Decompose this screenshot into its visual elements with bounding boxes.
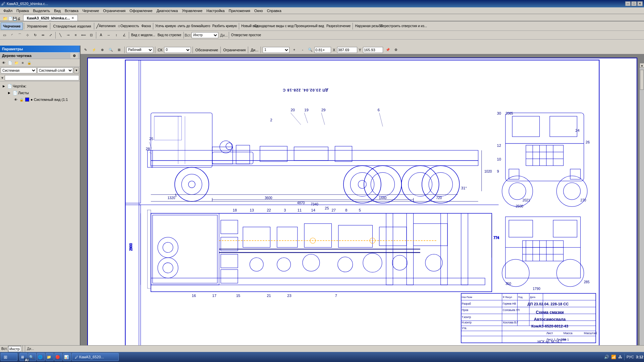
taskbar: ⊞ 🖥 🔍 🌐 📁 🔴 📊 🖊 КамАЗ_6520... 🔊 📶 🖧 РУС …	[0, 352, 644, 362]
svg-text:30: 30	[497, 111, 501, 115]
main-canvas[interactable]: ДП 23.02.04. 228-18 С Вид сбоку Вид свер…	[80, 54, 644, 352]
tree-btn-lock[interactable]: 🔒	[26, 60, 32, 66]
tb-chamfer[interactable]: Фаска	[140, 22, 152, 30]
tb-icon-fillet[interactable]: ⌒	[16, 32, 23, 39]
status-wst-label: Вст.	[1, 347, 7, 351]
taskbar-app1[interactable]: 📁	[46, 353, 54, 361]
tb-proj-view[interactable]: Проекционный вид	[293, 22, 325, 30]
scroll-thumb-v[interactable]	[640, 70, 644, 90]
tb-icon-move-coord[interactable]: ⊹	[24, 32, 31, 39]
tb-std-parts-btn[interactable]: Стандартные изделия	[51, 22, 93, 30]
tb-autoline[interactable]: ╱ Автолиния	[95, 22, 117, 30]
snap-dropdown[interactable]: Инстр	[192, 32, 218, 38]
menu-help[interactable]: Справка	[265, 8, 283, 13]
active-tab[interactable]: КамАЗ_6520_khimka.c... ✕	[23, 15, 78, 21]
taskbar-ie[interactable]: 🌐	[37, 353, 45, 361]
taskbar-open-app[interactable]: 🖊 КамАЗ_6520...	[72, 353, 119, 361]
tb-view-arrow[interactable]: Вид по стрелке	[157, 32, 182, 39]
taskbar-search[interactable]: 🔍	[28, 353, 36, 361]
menu-edit[interactable]: Правка	[14, 8, 31, 13]
tb-icon-copy-line[interactable]: ⟸	[80, 32, 87, 39]
taskbar-app2[interactable]: 🔴	[54, 353, 62, 361]
tb-snap-toggle[interactable]: 📌	[384, 46, 391, 54]
maximize-button[interactable]: □	[631, 1, 637, 6]
tb-icon-dim-ang[interactable]: ∠	[120, 32, 128, 39]
tb-icon-text[interactable]: A	[97, 32, 105, 39]
sep16	[248, 47, 248, 53]
tb-hole-simple[interactable]: Отверстие простое	[230, 32, 262, 39]
tb-settings-btn[interactable]: ⚙	[392, 46, 400, 54]
scroll-up-btn[interactable]: ▲	[640, 63, 644, 68]
y-coord-field[interactable]	[363, 47, 383, 53]
tree-item-drawing[interactable]: ▶ 📄 Чертёж:	[1, 83, 78, 89]
tb-icon-dim-h[interactable]: ↔	[105, 32, 112, 39]
tb-split[interactable]: Разбить кривую	[211, 22, 238, 30]
tb-icon-aux[interactable]: ⊸	[64, 32, 72, 39]
tb-manage-btn[interactable]: Управление	[25, 22, 49, 30]
tb-view-model[interactable]: Вид с модели...	[130, 32, 156, 39]
tb-icon-arc[interactable]: ◜	[8, 32, 16, 39]
menu-constraints[interactable]: Ограничения	[101, 8, 127, 13]
tree-item-sysview[interactable]: 👁 🔒 ● Системный вид (1:1	[1, 96, 78, 103]
filter-input[interactable]	[5, 75, 79, 80]
tb-trim2[interactable]: Удалить до ближайшего о...	[177, 22, 211, 30]
tree-btn-add[interactable]: 📄	[7, 60, 13, 66]
menu-window[interactable]: Окно	[252, 8, 265, 13]
tb-coord-icon1[interactable]: ✎	[82, 46, 89, 54]
tb-section[interactable]: Разрез/сечение	[325, 22, 352, 30]
sysview-lock-icon[interactable]: 🔒	[19, 97, 24, 102]
menu-view[interactable]: Вид	[52, 8, 63, 13]
dim-ang-icon: ∠	[123, 33, 126, 37]
tree-settings-btn[interactable]: ⚙	[70, 53, 78, 58]
menu-select[interactable]: Выделить	[31, 8, 52, 13]
tb-zoom-in[interactable]: +	[290, 46, 298, 54]
coord-system-dropdown[interactable]: 0	[164, 47, 191, 53]
tree-btn-folder[interactable]: 📁	[13, 60, 19, 66]
tb-std-views[interactable]: Стандартные виды с моде...	[260, 22, 293, 30]
menu-manage[interactable]: Управление	[180, 8, 204, 13]
layer-options-btn[interactable]: ▼	[74, 67, 79, 73]
tb-thread[interactable]: Наружная резьба	[354, 22, 383, 30]
start-button[interactable]: ⊞	[1, 353, 17, 361]
tb-coord-icon2[interactable]: ⚡	[90, 46, 98, 54]
menu-format[interactable]: Оформление	[127, 8, 154, 13]
tb-circle[interactable]: ○ Окружность	[117, 22, 140, 30]
vertical-scrollbar[interactable]: ▲ ▼	[639, 63, 644, 352]
tree-btn-layer[interactable]: ≡	[20, 60, 26, 66]
menu-diagnostics[interactable]: Диагностика	[155, 8, 180, 13]
menu-drawing[interactable]: Черчение	[80, 8, 101, 13]
tree-item-sheets[interactable]: ▶ 📄 Листы	[1, 89, 78, 96]
tb-drafting-btn[interactable]: Черчение	[1, 22, 23, 30]
menu-file[interactable]: Файл	[1, 8, 14, 13]
menu-apps[interactable]: Приложения	[227, 8, 252, 13]
tb-coord-icon4[interactable]: 🔍	[107, 46, 114, 54]
tb-icon-mirror[interactable]: ⇔	[39, 32, 47, 39]
layer-dropdown-1[interactable]: Системная	[1, 67, 37, 73]
tb-icon-deform[interactable]: ⤢	[47, 32, 54, 39]
tb-zoom-out[interactable]: -	[299, 46, 306, 54]
minimize-button[interactable]: ─	[625, 1, 631, 6]
tb-coord-icon5[interactable]: ⊞	[115, 46, 123, 54]
svg-text:7340: 7340	[311, 202, 318, 206]
tb-icon-hatch[interactable]: ≡	[72, 32, 79, 39]
menu-settings[interactable]: Настройка	[205, 8, 227, 13]
menu-insert[interactable]: Вставка	[63, 8, 80, 13]
tb-rebuild-holes[interactable]: Перестроить отверстия и из...	[384, 22, 424, 30]
tb-icon-rect[interactable]: ▭	[1, 32, 8, 39]
tree-btn-eye[interactable]: 👁	[1, 60, 7, 66]
zoom-dropdown[interactable]: 1	[263, 47, 289, 53]
tb-icon-scale[interactable]: ⊡	[88, 32, 95, 39]
x-coord-field[interactable]	[337, 47, 357, 53]
layer-dropdown-2[interactable]: Системный слой	[37, 67, 73, 73]
zoom-field[interactable]	[314, 47, 331, 53]
tb-icon-dim-v[interactable]: ↕	[113, 32, 120, 39]
tb-trim[interactable]: Усечь кривую	[154, 22, 177, 30]
view-mode-dropdown[interactable]: Рабочий	[126, 47, 153, 53]
taskbar-app3[interactable]: 📊	[63, 353, 71, 361]
tb-icon-rotate[interactable]: ↻	[32, 32, 39, 39]
close-button[interactable]: ✕	[637, 1, 643, 6]
tab-close-button[interactable]: ✕	[71, 16, 74, 20]
tb-icon-line[interactable]: ╲	[57, 32, 64, 39]
sysview-eye-icon[interactable]: 👁	[13, 97, 18, 102]
tb-coord-icon3[interactable]: ⊕	[99, 46, 106, 54]
